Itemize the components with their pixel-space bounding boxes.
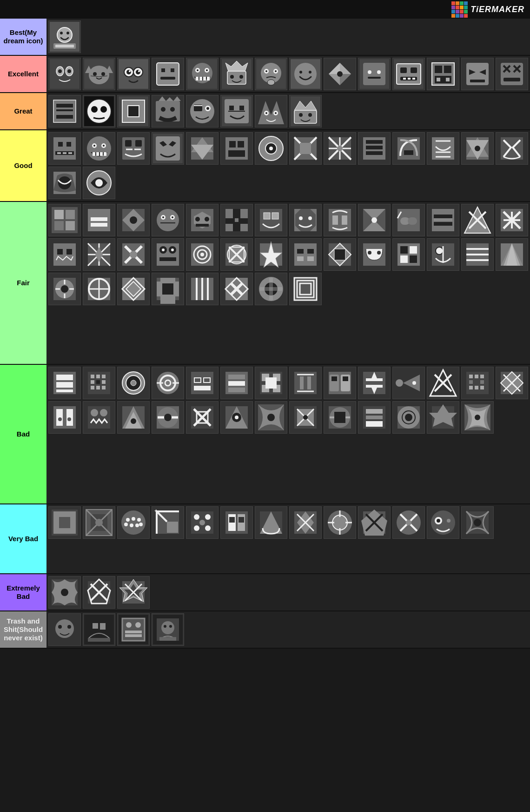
svg-point-55	[299, 71, 302, 74]
svg-point-453	[412, 381, 416, 385]
svg-point-45	[239, 75, 243, 79]
tier-row-best: Best(My dream icon)	[0, 19, 530, 56]
list-item	[427, 238, 459, 271]
svg-point-547	[132, 517, 135, 521]
list-item	[427, 58, 459, 90]
svg-rect-283	[57, 249, 63, 255]
svg-point-406	[131, 380, 136, 386]
svg-point-50	[265, 70, 267, 72]
tier-row-fair: Fair	[0, 202, 530, 365]
list-item	[83, 132, 115, 165]
list-item	[48, 58, 81, 90]
list-item	[324, 506, 356, 539]
svg-point-226	[157, 209, 179, 231]
svg-rect-329	[400, 246, 408, 254]
svg-rect-622	[100, 623, 106, 630]
svg-point-503	[267, 414, 275, 421]
svg-rect-90	[504, 78, 520, 81]
svg-rect-442	[331, 376, 337, 381]
svg-rect-568	[238, 517, 244, 523]
svg-rect-30	[160, 77, 175, 80]
svg-rect-94	[56, 109, 73, 111]
svg-rect-78	[446, 78, 450, 81]
svg-point-549	[124, 523, 128, 526]
svg-rect-264	[408, 217, 417, 225]
svg-point-58	[337, 71, 343, 77]
list-item	[255, 238, 287, 271]
svg-point-597	[437, 519, 440, 523]
svg-rect-446	[366, 378, 383, 381]
list-item	[117, 401, 150, 434]
svg-rect-390	[56, 382, 73, 388]
tier-label-extremely-bad: Extremely Bad	[0, 574, 46, 611]
tier-content-bad	[46, 365, 530, 503]
svg-rect-118	[229, 106, 234, 110]
svg-rect-463	[469, 380, 473, 384]
list-item	[358, 204, 391, 236]
svg-rect-480	[88, 406, 110, 429]
list-item	[496, 238, 528, 271]
list-item	[461, 132, 494, 165]
svg-point-552	[139, 523, 143, 526]
svg-point-523	[405, 414, 412, 421]
svg-point-299	[171, 248, 174, 251]
svg-rect-389	[56, 375, 73, 380]
svg-point-551	[135, 523, 139, 527]
svg-rect-70	[408, 78, 411, 80]
svg-point-548	[137, 518, 141, 522]
list-item	[324, 58, 356, 90]
svg-rect-517	[366, 409, 383, 414]
svg-point-202	[475, 146, 480, 151]
list-item	[48, 367, 81, 399]
svg-rect-38	[199, 77, 202, 81]
svg-rect-636	[159, 637, 176, 641]
svg-point-559	[205, 514, 211, 520]
svg-point-15	[93, 72, 97, 76]
svg-rect-398	[96, 380, 100, 384]
svg-rect-147	[96, 152, 99, 156]
list-item	[48, 238, 81, 271]
svg-rect-461	[475, 375, 478, 378]
list-item	[220, 401, 253, 434]
list-item	[289, 58, 322, 90]
svg-rect-148	[100, 152, 103, 156]
svg-point-9	[58, 69, 62, 73]
list-item	[461, 401, 494, 434]
svg-rect-243	[233, 222, 240, 231]
svg-rect-332	[410, 255, 417, 263]
svg-rect-216	[66, 221, 75, 230]
svg-rect-39	[203, 77, 206, 81]
svg-rect-282	[53, 243, 76, 266]
svg-point-115	[206, 107, 209, 110]
svg-rect-623	[88, 638, 110, 642]
tier-content-trash	[46, 611, 530, 648]
tier-content-great	[46, 93, 530, 129]
svg-rect-535	[53, 511, 76, 517]
list-item	[496, 58, 528, 90]
list-item	[289, 367, 322, 399]
svg-point-130	[299, 113, 303, 117]
svg-point-604	[61, 589, 68, 596]
svg-rect-220	[91, 223, 107, 227]
svg-rect-63	[368, 77, 381, 79]
svg-point-125	[265, 112, 267, 114]
svg-rect-28	[161, 68, 165, 72]
svg-rect-465	[469, 386, 473, 389]
list-item	[48, 613, 81, 646]
svg-point-23	[136, 70, 140, 74]
svg-point-224	[130, 216, 137, 224]
svg-rect-397	[91, 380, 94, 384]
list-item	[152, 95, 184, 128]
list-item	[289, 506, 322, 539]
svg-point-292	[130, 251, 137, 258]
svg-rect-368	[162, 283, 173, 295]
list-item	[186, 506, 219, 539]
svg-rect-254	[329, 209, 351, 231]
list-item	[186, 401, 219, 434]
list-item	[117, 238, 150, 271]
svg-point-485	[131, 418, 136, 424]
svg-point-10	[67, 69, 71, 73]
svg-point-558	[194, 514, 199, 520]
svg-rect-237	[196, 224, 209, 227]
list-item	[220, 132, 253, 165]
